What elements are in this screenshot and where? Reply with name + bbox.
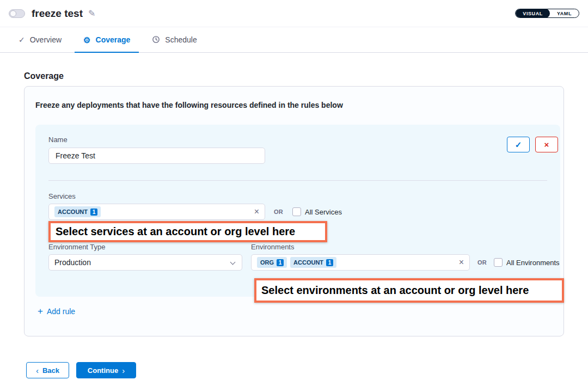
tab-overview-label: Overview — [30, 35, 62, 44]
services-input[interactable]: ACCOUNT 1 × — [48, 204, 265, 220]
environment-type-value: Production — [54, 258, 91, 267]
environment-type-label: Environment Type — [48, 243, 106, 251]
tag-label: ORG — [260, 259, 274, 266]
coverage-description: Freeze any deployments that have the fol… — [35, 101, 343, 109]
chevron-down-icon — [230, 260, 236, 265]
services-label: Services — [48, 192, 76, 200]
environments-tag-account[interactable]: ACCOUNT 1 — [290, 257, 336, 268]
add-rule-button[interactable]: + Add rule — [38, 307, 75, 316]
check-icon: ✓ — [19, 36, 25, 44]
clear-environments-icon[interactable]: × — [459, 258, 464, 267]
check-icon: ✓ — [515, 140, 522, 150]
tag-label: ACCOUNT — [58, 209, 88, 215]
services-or-label: OR — [274, 209, 283, 215]
freeze-studio-window: freeze test ✎ VISUAL YAML ✓ Overview ⚙ C… — [0, 0, 588, 386]
environment-type-select[interactable]: Production — [48, 254, 242, 271]
environments-input[interactable]: ORG 1 ACCOUNT 1 × — [251, 254, 470, 271]
all-services-checkbox[interactable] — [292, 207, 301, 216]
tag-count-badge: 1 — [90, 209, 97, 216]
plus-icon: + — [38, 307, 43, 316]
delete-rule-button[interactable]: × — [535, 137, 558, 152]
edit-pencil-icon[interactable]: ✎ — [88, 8, 95, 19]
toggle-knob — [10, 10, 16, 17]
chevron-left-icon: ‹ — [36, 366, 39, 375]
environments-tag-org[interactable]: ORG 1 — [257, 257, 287, 268]
top-bar: freeze test ✎ VISUAL YAML — [0, 0, 588, 27]
yaml-toggle-button[interactable]: YAML — [550, 9, 579, 18]
services-tag-account[interactable]: ACCOUNT 1 — [54, 206, 101, 217]
close-icon: × — [544, 140, 549, 149]
back-button[interactable]: ‹ Back — [26, 362, 69, 378]
all-environments-label[interactable]: All Environments — [506, 259, 560, 267]
all-environments-checkbox[interactable] — [494, 258, 503, 267]
tag-count-badge: 1 — [326, 259, 333, 266]
freeze-rule-card: Name ✓ × Services ACCOUNT 1 × OR All Ser… — [35, 125, 560, 297]
visual-yaml-toggle: VISUAL YAML — [515, 9, 579, 18]
rule-name-input[interactable] — [48, 148, 265, 164]
environments-label: Environments — [251, 243, 294, 251]
tag-count-badge: 1 — [277, 259, 284, 266]
gear-icon: ⚙ — [83, 36, 90, 44]
rule-divider — [48, 180, 547, 181]
name-label: Name — [48, 136, 68, 144]
environments-or-label: OR — [477, 259, 487, 266]
apply-rule-button[interactable]: ✓ — [507, 137, 530, 152]
tab-schedule-label: Schedule — [165, 35, 197, 44]
services-annotation-callout: Select services at an account or org lev… — [48, 221, 327, 242]
clear-services-icon[interactable]: × — [254, 207, 259, 216]
continue-button-label: Continue — [88, 366, 118, 375]
tag-label: ACCOUNT — [293, 259, 323, 266]
continue-button[interactable]: Continue › — [76, 362, 136, 378]
tab-overview[interactable]: ✓ Overview — [10, 27, 70, 52]
all-services-label[interactable]: All Services — [305, 208, 342, 216]
freeze-enable-toggle[interactable] — [9, 9, 25, 18]
tab-coverage-label: Coverage — [96, 35, 131, 44]
environments-annotation-callout: Select environments at an account or org… — [254, 278, 564, 303]
page-title: freeze test — [32, 8, 83, 20]
chevron-right-icon: › — [122, 366, 125, 375]
tab-coverage[interactable]: ⚙ Coverage — [75, 27, 139, 52]
coverage-section-heading: Coverage — [24, 71, 64, 81]
add-rule-label: Add rule — [47, 307, 75, 316]
tab-bar: ✓ Overview ⚙ Coverage Schedule — [0, 27, 588, 53]
back-button-label: Back — [42, 366, 59, 375]
visual-toggle-button[interactable]: VISUAL — [516, 9, 550, 18]
schedule-clock-icon — [152, 35, 160, 45]
tab-schedule[interactable]: Schedule — [143, 27, 205, 52]
coverage-card: Freeze any deployments that have the fol… — [24, 86, 564, 336]
